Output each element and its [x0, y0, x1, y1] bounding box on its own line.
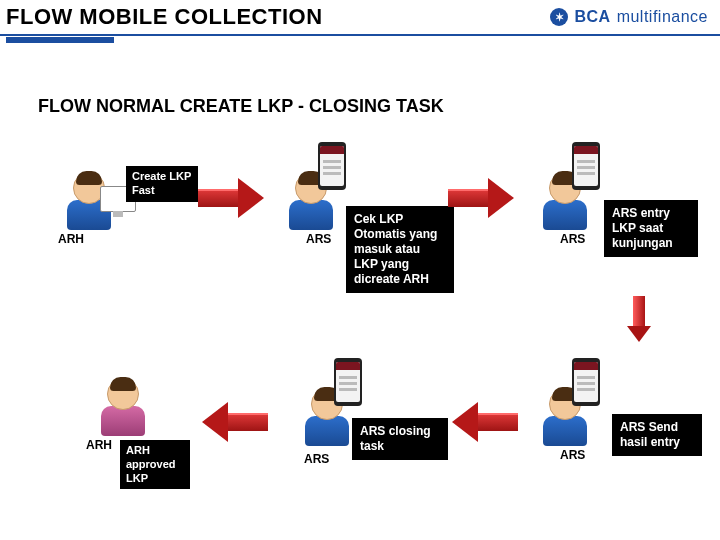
- arrow-right-1: [198, 178, 268, 218]
- actor-arh-2: [88, 378, 158, 436]
- role-label-ars-3: ARS: [560, 448, 585, 462]
- arrow-down: [630, 296, 648, 342]
- arrow-left-1: [448, 402, 518, 442]
- step-box-create-lkp: Create LKP Fast: [126, 166, 198, 202]
- arrow-right-2: [448, 178, 518, 218]
- arrow-left-2: [198, 402, 268, 442]
- title-sub-rule: [6, 37, 114, 43]
- role-label-arh-1: ARH: [58, 232, 84, 246]
- role-label-ars-1: ARS: [306, 232, 331, 246]
- title-rule: [0, 34, 720, 36]
- page-title: FLOW MOBILE COLLECTION: [6, 4, 323, 30]
- step-box-ars-send: ARS Send hasil entry: [612, 414, 702, 456]
- step-box-cek-lkp: Cek LKP Otomatis yang masuk atau LKP yan…: [346, 206, 454, 293]
- phone-icon-1: [318, 142, 346, 190]
- step-box-arh-approved: ARH approved LKP: [120, 440, 190, 489]
- brand-short: BCA: [574, 8, 610, 26]
- step-box-ars-entry: ARS entry LKP saat kunjungan: [604, 200, 698, 257]
- step-box-ars-closing: ARS closing task: [352, 418, 448, 460]
- role-label-ars-4: ARS: [304, 452, 329, 466]
- phone-icon-2: [572, 142, 600, 190]
- section-subtitle: FLOW NORMAL CREATE LKP - CLOSING TASK: [38, 96, 444, 117]
- role-label-ars-2: ARS: [560, 232, 585, 246]
- phone-icon-4: [334, 358, 362, 406]
- role-label-arh-2: ARH: [86, 438, 112, 452]
- brand-logo: ✶ BCAmultifinance: [550, 8, 708, 26]
- brand-suffix: multifinance: [617, 8, 708, 26]
- brand-badge-icon: ✶: [550, 8, 568, 26]
- phone-icon-3: [572, 358, 600, 406]
